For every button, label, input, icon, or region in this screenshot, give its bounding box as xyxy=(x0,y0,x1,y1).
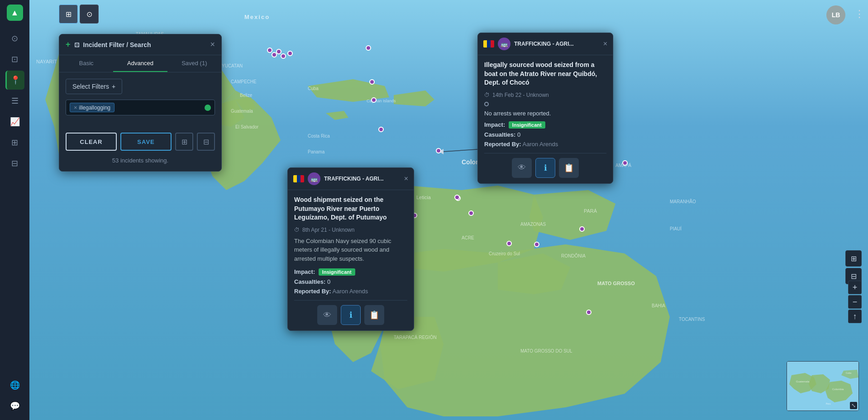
top-toolbar: ⊞ ⊙ xyxy=(59,5,99,24)
popup-atrato-casualties: Casualties: 0 xyxy=(484,131,606,138)
search-toggle-btn[interactable]: ⊙ xyxy=(80,5,99,24)
layers-icon: ☰ xyxy=(11,96,19,106)
layers-toggle-icon: ⊞ xyxy=(66,10,72,19)
sidebar-item-table[interactable]: ⊟ xyxy=(5,154,24,173)
label-acre: ACRE xyxy=(462,235,474,240)
zoom-in-btn[interactable]: + xyxy=(848,281,862,294)
compass-reset-btn[interactable]: ↑ xyxy=(848,310,862,323)
map-pin-col7[interactable] xyxy=(506,241,512,246)
popup-atrato-report-btn[interactable]: 📋 xyxy=(559,158,579,178)
panel-body: Select Filters + × illegallogging xyxy=(59,72,221,126)
map-pin-col9[interactable] xyxy=(579,226,585,232)
tag-remove-btn[interactable]: × xyxy=(74,104,77,111)
map-pin-5[interactable] xyxy=(287,51,293,56)
map-pin-col8[interactable] xyxy=(534,242,539,247)
label-guatemala: Guatemala xyxy=(231,109,253,114)
label-elsalvador: El Salvador xyxy=(235,124,258,129)
panel-header: + ⊡ Incident Filter / Search × xyxy=(59,34,221,55)
incidents-count: 53 incidents showing. xyxy=(59,157,221,164)
sidebar-item-filter[interactable]: ⊡ xyxy=(5,50,24,69)
popup-putumayo-reported: Reported By: Aaron Arends xyxy=(294,288,407,295)
map-pin-4[interactable] xyxy=(281,53,286,59)
map-pin-col1[interactable] xyxy=(436,148,441,153)
zoom-out-btn[interactable]: − xyxy=(848,295,862,309)
clock-icon-2: ⏱ xyxy=(484,92,490,98)
popup-atrato-close-btn[interactable]: × xyxy=(603,40,607,48)
map-pin-col5[interactable] xyxy=(454,195,460,200)
popup-putumayo-info-btn[interactable]: ℹ xyxy=(341,305,361,325)
popup-putumayo-eye-btn[interactable]: 👁 xyxy=(317,305,337,325)
sidebar-item-map[interactable]: ⊙ xyxy=(5,29,24,48)
label-cuba: Cuba xyxy=(308,86,319,91)
map-icon: ⊙ xyxy=(11,33,18,43)
map-pin-3[interactable] xyxy=(276,49,281,54)
map-pin-cayman[interactable] xyxy=(369,79,375,85)
popup-putumayo-flag xyxy=(293,175,304,182)
popup-atrato-flag xyxy=(483,40,494,48)
pin-icon: 📍 xyxy=(10,75,20,85)
clear-btn[interactable]: CLEAR xyxy=(66,133,117,151)
minimap-expand-btn[interactable]: ⤡ xyxy=(850,402,857,409)
popup-putumayo-body: Wood shipment seized on the Putumayo Riv… xyxy=(288,190,414,330)
export-pdf-icon: ⊞ xyxy=(181,138,187,146)
sidebar-item-chat[interactable]: 💬 xyxy=(5,396,24,415)
popup-putumayo-report-btn[interactable]: 📋 xyxy=(364,305,384,325)
save-btn[interactable]: SAVE xyxy=(120,133,172,151)
kebab-menu[interactable]: ⋮ xyxy=(854,8,864,20)
popup-atrato-date: ⏱ 14th Feb 22 - Unknown xyxy=(484,92,606,98)
panel-close-btn[interactable]: × xyxy=(210,40,215,49)
svg-text:Colombia: Colombia xyxy=(832,388,844,391)
map-layers-btn[interactable]: ⊞ xyxy=(845,250,862,267)
panel-filter-icon: ⊡ xyxy=(74,41,80,48)
tab-basic[interactable]: Basic xyxy=(59,55,113,72)
chart-icon: 📈 xyxy=(10,117,20,127)
label-para: PARÁ xyxy=(584,208,597,214)
map-pin-col6[interactable] xyxy=(468,210,474,216)
sidebar-item-chart[interactable]: 📈 xyxy=(5,112,24,131)
filter-panel: + ⊡ Incident Filter / Search × Basic Adv… xyxy=(59,34,222,172)
popup-atrato-info-btn[interactable]: ℹ xyxy=(535,158,555,178)
svg-text:Guatemala: Guatemala xyxy=(796,380,810,383)
sidebar-item-layers[interactable]: ☰ xyxy=(5,91,24,110)
sidebar-item-pin[interactable]: 📍 xyxy=(5,71,24,90)
sidebar-item-globe[interactable]: 🌐 xyxy=(5,376,24,395)
map-pin-7[interactable] xyxy=(378,127,384,132)
panel-header-left: + ⊡ Incident Filter / Search xyxy=(66,40,151,49)
popup-atrato-reported: Reported By: Aaron Arends xyxy=(484,141,606,148)
tag-label: illegallogging xyxy=(79,105,110,111)
map-layers-icon: ⊞ xyxy=(851,254,857,263)
popup-putumayo-close-btn[interactable]: × xyxy=(404,175,408,183)
layers-toggle-btn[interactable]: ⊞ xyxy=(59,5,78,24)
label-piaui: PIAUÍ xyxy=(670,226,682,231)
chat-icon: 💬 xyxy=(10,401,20,411)
map-pin-col12[interactable] xyxy=(586,310,591,315)
label-costarica: Costa Rica xyxy=(308,134,330,138)
popup-atrato-impact: Impact: Insignificant xyxy=(484,121,606,129)
app-logo[interactable]: ▲ xyxy=(7,5,23,21)
export-csv-btn[interactable]: ⊟ xyxy=(197,133,215,151)
minimap[interactable]: Guatemala Colombia Cuba Peru ⤡ xyxy=(787,361,859,411)
map-pin-1[interactable] xyxy=(267,48,272,53)
svg-text:Peru: Peru xyxy=(826,402,831,405)
map-pin-6[interactable] xyxy=(371,97,377,103)
select-filters-btn[interactable]: Select Filters + xyxy=(66,79,122,94)
export-pdf-btn[interactable]: ⊞ xyxy=(175,133,193,151)
popup-atrato: 🚌 TRAFFICKING - AGRI... × Illegally sour… xyxy=(477,33,613,184)
popup-putumayo-date: ⏱ 8th Apr 21 - Unknown xyxy=(294,227,407,233)
sidebar-item-grid[interactable]: ⊞ xyxy=(5,133,24,152)
flag-colombia-2 xyxy=(483,40,494,48)
label-maranhao: MARANHÃO xyxy=(670,199,696,204)
popup-putumayo-header: 🚌 TRAFFICKING - AGRI... × xyxy=(288,168,414,190)
user-avatar[interactable]: LB xyxy=(826,5,845,24)
tab-advanced[interactable]: Advanced xyxy=(113,55,167,72)
popup-putumayo-type-icon: 🚌 xyxy=(308,172,320,185)
tab-saved[interactable]: Saved (1) xyxy=(167,55,221,72)
filter-icon: ⊡ xyxy=(11,54,18,64)
map-pin-col11[interactable] xyxy=(622,160,628,166)
map-pin-cuba[interactable] xyxy=(366,45,371,51)
popup-atrato-eye-btn[interactable]: 👁 xyxy=(512,158,532,178)
select-filters-label: Select Filters xyxy=(72,83,109,90)
popup-atrato-status-dot xyxy=(484,102,489,106)
popup-putumayo-actions: 👁 ℹ 📋 xyxy=(294,300,407,325)
popup-atrato-no-arrests: No arrests were reported. xyxy=(484,110,606,117)
